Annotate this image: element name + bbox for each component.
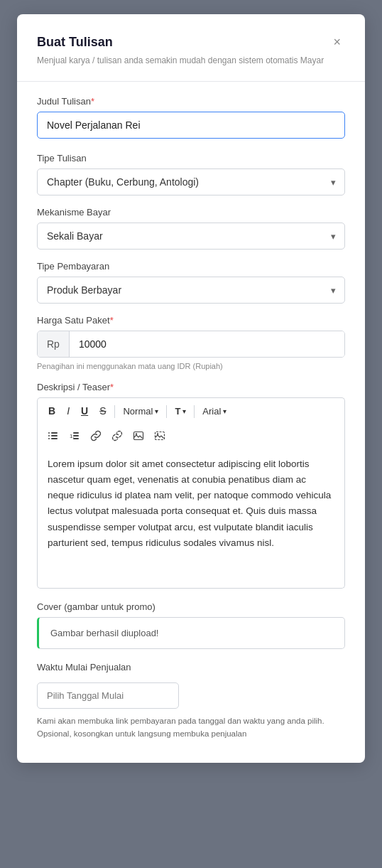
judul-label: Judul Tulisan* xyxy=(37,96,345,107)
svg-rect-5 xyxy=(51,438,58,439)
deskripsi-label: Deskripsi / Teaser* xyxy=(37,382,345,392)
tipe-tulisan-select[interactable]: Chapter (Buku, Cerbung, Antologi) Single… xyxy=(37,168,345,195)
svg-point-11 xyxy=(136,433,137,434)
toolbar-separator-3 xyxy=(194,405,195,418)
toolbar-separator-2 xyxy=(166,405,167,418)
editor-toolbar-row1: B I U S Normal ▾ T ▾ Arial ▾ xyxy=(37,397,345,425)
tipe-tulisan-select-wrapper: Chapter (Buku, Cerbung, Antologi) Single… xyxy=(37,168,345,195)
header-divider xyxy=(17,81,365,82)
mekanisme-bayar-label: Mekanisme Bayar xyxy=(37,207,345,218)
tipe-tulisan-field-group: Tipe Tulisan Chapter (Buku, Cerbung, Ant… xyxy=(37,153,345,195)
waktu-input[interactable] xyxy=(37,682,179,709)
modal-container: Buat Tulisan × Menjual karya / tulisan a… xyxy=(17,14,365,763)
waktu-section: Waktu Mulai Penjualan Kami akan membuka … xyxy=(37,662,345,741)
cover-uploaded-text: Gambar berhasil diupload! xyxy=(50,628,158,638)
mekanisme-bayar-field-group: Mekanisme Bayar Sekali Bayar Berlanggana… xyxy=(37,207,345,250)
tipe-pembayaran-label: Tipe Pembayaran xyxy=(37,261,345,272)
tipe-tulisan-label: Tipe Tulisan xyxy=(37,153,345,164)
unordered-list-button[interactable] xyxy=(43,428,63,444)
svg-rect-7 xyxy=(73,432,79,434)
format-dropdown[interactable]: Normal ▾ xyxy=(119,404,163,419)
strikethrough-button[interactable]: S xyxy=(94,402,111,421)
tipe-pembayaran-select-wrapper: Produk Berbayar Gratis ▾ xyxy=(37,277,345,304)
font-dropdown-arrow: ▾ xyxy=(223,407,227,415)
tipe-pembayaran-field-group: Tipe Pembayaran Produk Berbayar Gratis ▾ xyxy=(37,261,345,304)
unlink-button[interactable] xyxy=(107,428,127,444)
close-button[interactable]: × xyxy=(329,34,345,50)
ordered-list-button[interactable]: 1. xyxy=(65,428,84,444)
harga-field-group: Harga Satu Paket* Rp Penagihan ini mengg… xyxy=(37,315,345,370)
underline-button[interactable]: U xyxy=(76,402,93,421)
svg-rect-4 xyxy=(48,438,50,439)
italic-button[interactable]: I xyxy=(62,402,75,421)
waktu-hint: Kami akan membuka link pembayaran pada t… xyxy=(37,714,345,741)
mekanisme-bayar-select[interactable]: Sekali Bayar Berlangganan xyxy=(37,223,345,250)
text-style-dropdown[interactable]: T ▾ xyxy=(170,404,190,419)
cover-upload-box[interactable]: Gambar berhasil diupload! xyxy=(37,617,345,649)
editor-toolbar-row2: 1. xyxy=(37,425,345,446)
svg-rect-8 xyxy=(73,435,79,436)
svg-rect-3 xyxy=(51,435,58,436)
font-dropdown[interactable]: Arial ▾ xyxy=(198,404,231,419)
harga-label: Harga Satu Paket* xyxy=(37,315,345,326)
deskripsi-editor[interactable]: Lorem ipsum dolor sit amet consectetur a… xyxy=(37,446,345,589)
modal-header: Buat Tulisan × xyxy=(37,34,345,50)
svg-rect-9 xyxy=(73,438,79,439)
link-button[interactable] xyxy=(86,428,106,444)
modal-overlay: Buat Tulisan × Menjual karya / tulisan a… xyxy=(0,0,382,868)
text-style-dropdown-arrow: ▾ xyxy=(182,407,186,415)
price-input[interactable] xyxy=(70,331,344,357)
harga-hint: Penagihan ini menggunakan mata uang IDR … xyxy=(37,362,345,370)
modal-subtitle: Menjual karya / tulisan anda semakin mud… xyxy=(37,55,345,65)
svg-rect-1 xyxy=(51,432,58,434)
svg-point-13 xyxy=(157,433,158,434)
deskripsi-field-group: Deskripsi / Teaser* B I U S Normal ▾ T ▾ xyxy=(37,382,345,589)
bold-button[interactable]: B xyxy=(43,402,60,421)
insert-image-button[interactable] xyxy=(129,428,148,444)
modal-title: Buat Tulisan xyxy=(37,35,113,50)
judul-field-group: Judul Tulisan* xyxy=(37,96,345,150)
price-prefix: Rp xyxy=(38,331,70,357)
cover-label: Cover (gambar untuk promo) xyxy=(37,601,345,612)
format-dropdown-arrow: ▾ xyxy=(155,407,158,415)
svg-rect-0 xyxy=(48,432,50,434)
cover-section: Cover (gambar untuk promo) Gambar berhas… xyxy=(37,601,345,649)
insert-image2-button[interactable] xyxy=(150,428,170,444)
tipe-pembayaran-select[interactable]: Produk Berbayar Gratis xyxy=(37,277,345,304)
judul-input[interactable] xyxy=(37,112,345,139)
svg-rect-2 xyxy=(48,435,50,436)
price-row: Rp xyxy=(37,331,345,358)
mekanisme-bayar-select-wrapper: Sekali Bayar Berlangganan ▾ xyxy=(37,223,345,250)
waktu-label: Waktu Mulai Penjualan xyxy=(37,662,345,673)
toolbar-separator-1 xyxy=(114,405,115,418)
